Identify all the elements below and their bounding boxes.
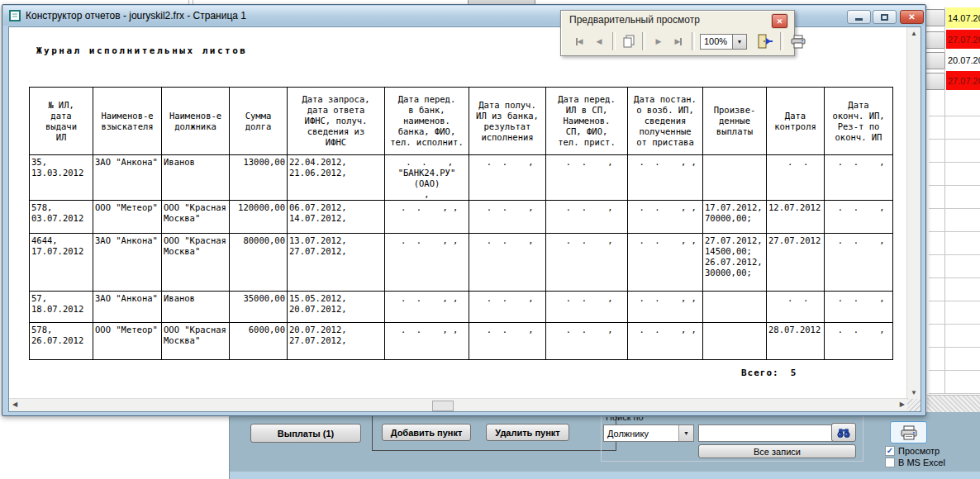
last-page-icon: ▶ (675, 38, 681, 45)
printer-icon (900, 425, 918, 440)
side-date-cell[interactable]: 14.07.20 (946, 7, 980, 28)
report-total-label: Всего: (741, 368, 779, 378)
report-table: № ИЛ, дата выдачи ИЛНаименов-е взыскател… (29, 87, 893, 360)
side-empty-row (929, 116, 980, 140)
next-page-icon: ▶ (656, 38, 662, 45)
side-empty-row (929, 231, 980, 255)
report-column-header: Дата контроля (767, 88, 825, 155)
report-cell: ЗАО "Анкона" (93, 234, 162, 292)
scroll-left-icon[interactable]: ◀ (12, 401, 17, 408)
report-cell: 35000,00 (230, 292, 288, 323)
report-cell: . . , (546, 155, 628, 201)
search-input[interactable] (698, 424, 834, 442)
report-cell: ООО "Красная Москва" (162, 323, 230, 360)
report-cell: ЗАО "Анкона" (93, 155, 162, 201)
print-button[interactable] (890, 421, 927, 443)
report-cell: . . , , (628, 234, 703, 292)
previous-page-button[interactable]: ◀ (589, 31, 609, 51)
toolbar-separator (642, 32, 645, 50)
zoom-value[interactable]: 100% (700, 34, 733, 50)
search-button[interactable] (831, 423, 856, 442)
chevron-down-icon[interactable]: ▼ (733, 34, 747, 50)
report-column-header: Дата перед. ИЛ в СП, Наименов. СП, ФИО, … (546, 88, 628, 155)
toolbar-print-button[interactable] (787, 31, 810, 51)
preview-toolbar-close-button[interactable]: ✕ (772, 14, 787, 28)
report-column-header: Наименов-е взыскателя (93, 88, 162, 155)
report-cell: 578, 26.07.2012 (30, 323, 93, 360)
first-page-button[interactable]: ◀ (569, 31, 589, 51)
report-cell: . . , (469, 292, 546, 323)
side-empty-row (929, 277, 980, 301)
zoom-combo[interactable]: 100% ▼ (700, 34, 747, 50)
report-cell: 27.07.2012 (767, 234, 825, 292)
report-cell: Иванов (162, 155, 230, 201)
report-cell: . . , , (628, 323, 703, 360)
all-records-button[interactable]: Все записи (698, 444, 856, 458)
report-cell: ООО "Метеор" (93, 201, 162, 234)
side-row-button[interactable] (925, 73, 945, 90)
side-date-cell[interactable]: 20.07.20 (946, 50, 980, 69)
preview-toolbar-title: Предварительный просмотр (569, 14, 700, 26)
report-cell: . . , "БАНК24.РУ"(ОАО) , (385, 155, 469, 201)
last-page-icon (680, 38, 682, 45)
add-item-button[interactable]: Добавить пункт (382, 424, 471, 441)
chevron-down-icon[interactable]: ▼ (678, 425, 693, 441)
report-column-header: Дата оконч. ИП, Рез-т по оконч. ИП (825, 88, 893, 155)
report-cell: . . , (825, 155, 893, 201)
report-row: 578, 03.07.2012ООО "Метеор"ООО "Красная … (30, 201, 893, 234)
excel-checkbox-row[interactable]: В MS Excel (885, 458, 945, 467)
delete-item-button[interactable]: Удалить пункт (486, 424, 569, 441)
report-cell: . . (767, 292, 825, 323)
maximize-icon (881, 14, 888, 21)
report-header-row: № ИЛ, дата выдачи ИЛНаименов-е взыскател… (30, 88, 893, 155)
maximize-button[interactable] (873, 10, 897, 24)
preview-toolbar-window: Предварительный просмотр ✕ ◀ ◀ ▶ (560, 10, 795, 56)
horizontal-scrollbar[interactable]: ◀ ▶ (9, 398, 908, 411)
preview-checkbox-row[interactable]: ✓ Просмотр (885, 446, 940, 456)
side-date-cell[interactable]: 27.07.20 (946, 71, 980, 90)
excel-checkbox[interactable] (885, 458, 895, 467)
report-cell: 13000,00 (230, 155, 288, 201)
close-icon: ✕ (908, 13, 915, 21)
report-cell: . . , , (385, 234, 469, 292)
side-row-button[interactable] (925, 31, 945, 49)
report-cell: 578, 03.07.2012 (30, 201, 93, 234)
search-groupbox-caption-text: Поиск по (606, 417, 644, 422)
report-cell: 80000,00 (230, 234, 288, 292)
horizontal-scroll-thumb[interactable] (432, 401, 454, 411)
vertical-scrollbar[interactable]: ▲ ▼ (906, 27, 921, 400)
preview-checkbox[interactable]: ✓ (885, 446, 895, 456)
last-page-button[interactable]: ▶ (668, 31, 688, 51)
side-date-cell[interactable]: 27.07.20 (946, 30, 980, 49)
payments-button[interactable]: Выплаты (1) (250, 424, 361, 443)
report-row: 578, 26.07.2012ООО "Метеор"ООО "Красная … (30, 323, 893, 360)
scroll-up-icon[interactable]: ▲ (911, 31, 917, 37)
report-cell: 27.07.2012, 14500,00; 26.07.2012, 30000,… (703, 234, 767, 292)
report-cell (703, 292, 767, 323)
side-row-button[interactable] (925, 9, 945, 26)
report-title: Журнал исполнительных листов (36, 45, 247, 56)
close-preview-button[interactable] (754, 31, 777, 51)
window-title: Конструктор отчетов - jouryskil2.frx - С… (26, 10, 246, 21)
report-cell: 6000,00 (230, 323, 288, 360)
search-field-selector[interactable]: Должнику ▼ (603, 424, 694, 442)
scroll-right-icon[interactable]: ▶ (900, 401, 905, 408)
next-page-button[interactable]: ▶ (649, 31, 668, 51)
report-cell: . . , (825, 292, 893, 323)
report-cell: . . , (546, 292, 628, 323)
preview-content: Журнал исполнительных листов № ИЛ, дата … (8, 26, 921, 412)
report-cell: 12.07.2012 (767, 201, 825, 234)
report-column-header: Дата получ. ИЛ из банка, результат испол… (469, 88, 546, 155)
report-total: Всего:5 (741, 368, 797, 378)
report-total-value: 5 (791, 368, 797, 378)
scroll-down-icon[interactable]: ▼ (911, 390, 917, 396)
minimize-button[interactable] (847, 10, 871, 24)
search-groupbox-caption: Поиск по (606, 417, 644, 423)
pages-button[interactable] (619, 31, 639, 51)
close-button[interactable]: ✕ (900, 10, 924, 24)
report-cell: . . , (825, 323, 893, 360)
report-cell: . . , , (628, 292, 703, 323)
side-row-button[interactable] (925, 52, 945, 69)
report-cell: . . , (546, 201, 628, 234)
side-grid: 14.07.2027.07.2020.07.2027.07.20 (927, 0, 980, 413)
